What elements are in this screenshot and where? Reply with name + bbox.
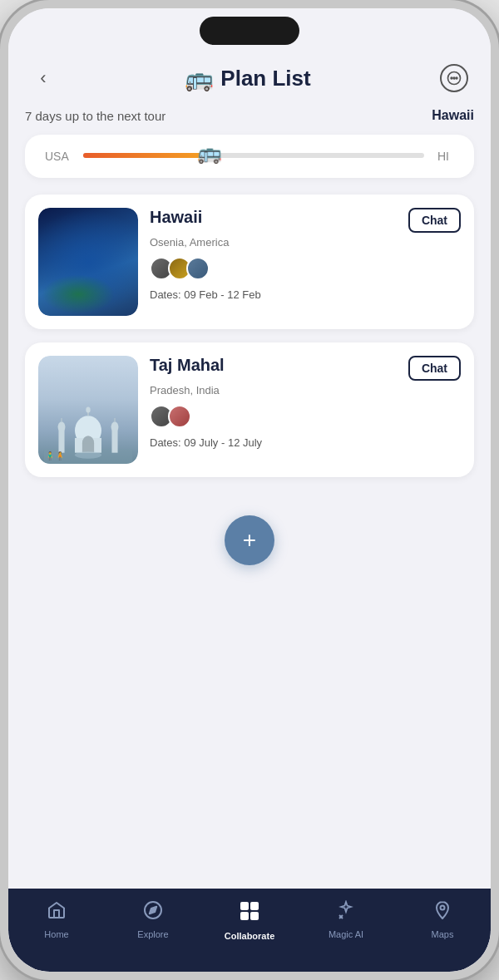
bus-progress-icon: 🚌 [197,141,222,165]
plan-dates-hawaii: Dates: 09 Feb - 12 Feb [150,288,461,301]
home-icon [47,900,67,925]
nav-item-magic-ai[interactable]: Magic AI [298,900,394,939]
destination-label: Hawaii [432,108,474,123]
explore-icon [143,900,163,925]
header: ‹ 🚌 Plan List [8,53,491,108]
add-plan-button[interactable]: + [225,515,274,565]
phone-frame: ‹ 🚌 Plan List 7 days up to the next tour… [0,0,499,980]
magic-ai-icon [336,900,356,925]
svg-rect-21 [250,902,259,910]
svg-rect-23 [250,912,259,920]
svg-point-2 [453,77,455,79]
chat-button-hawaii[interactable]: Chat [408,208,461,233]
nav-item-home[interactable]: Home [8,900,105,939]
plan-dates-tajmahal: Dates: 09 July - 12 July [150,436,461,449]
plan-card-tajmahal: 🧍‍♂️🧍 Taj Mahal Chat Pradesh, India Date… [25,342,474,477]
plan-location-tajmahal: Pradesh, India [150,384,461,396]
avatar [186,257,210,280]
chat-button-tajmahal[interactable]: Chat [408,356,461,381]
avatars-tajmahal [150,405,461,428]
to-label: HI [437,150,454,163]
plan-name-tajmahal: Taj Mahal [150,356,225,375]
days-banner: 7 days up to the next tour Hawaii [25,108,474,123]
plus-icon: + [243,529,256,552]
maps-icon [432,900,452,925]
progress-bar: 🚌 [83,153,424,160]
header-title: 🚌 Plan List [185,65,310,92]
avatars-hawaii [150,257,461,280]
svg-point-15 [111,421,119,431]
plan-info-tajmahal: Taj Mahal Chat Pradesh, India Dates: 09 … [150,356,461,464]
days-text: 7 days up to the next tour [25,109,166,123]
nav-label-collaborate: Collaborate [225,931,275,941]
plan-location-hawaii: Osenia, America [150,236,461,249]
nav-item-explore[interactable]: Explore [105,900,201,939]
progress-card: USA 🚌 HI [25,135,474,178]
content-area: 7 days up to the next tour Hawaii USA 🚌 … [8,108,491,889]
nav-item-collaborate[interactable]: Collaborate [201,900,298,941]
plan-image-hawaii [38,208,138,316]
svg-marker-19 [150,907,156,914]
plan-header-hawaii: Hawaii Chat [150,208,461,233]
svg-point-26 [441,906,445,910]
nav-label-home: Home [44,929,68,939]
page-title: Plan List [220,66,310,91]
plan-image-tajmahal: 🧍‍♂️🧍 [38,356,138,464]
svg-rect-20 [240,902,249,910]
nav-label-maps: Maps [432,929,454,939]
status-bar [8,8,491,53]
avatar [168,405,191,428]
nav-label-magic-ai: Magic AI [329,929,363,939]
svg-point-17 [75,451,101,459]
chat-bubble-icon [440,64,468,92]
back-button[interactable]: ‹ [28,63,58,93]
back-chevron-icon: ‹ [40,67,46,89]
plan-card-hawaii: Hawaii Chat Osenia, America Dates: 09 Fe… [25,195,474,329]
svg-point-12 [58,421,66,431]
svg-point-7 [86,407,90,413]
plan-name-hawaii: Hawaii [150,208,202,227]
from-label: USA [45,150,70,163]
header-chat-button[interactable] [437,62,471,95]
progress-track [83,153,424,158]
bottom-nav: Home Explore Collaborate [8,889,491,972]
nav-item-maps[interactable]: Maps [394,900,491,939]
svg-point-3 [456,77,457,79]
svg-point-1 [451,77,452,79]
plan-info-hawaii: Hawaii Chat Osenia, America Dates: 09 Fe… [150,208,461,316]
collaborate-icon [239,900,260,927]
add-btn-container: + [25,490,474,582]
bus-icon: 🚌 [185,65,214,92]
svg-rect-22 [240,912,249,920]
dynamic-island [200,17,299,45]
nav-label-explore: Explore [137,929,168,939]
plan-header-tajmahal: Taj Mahal Chat [150,356,461,381]
